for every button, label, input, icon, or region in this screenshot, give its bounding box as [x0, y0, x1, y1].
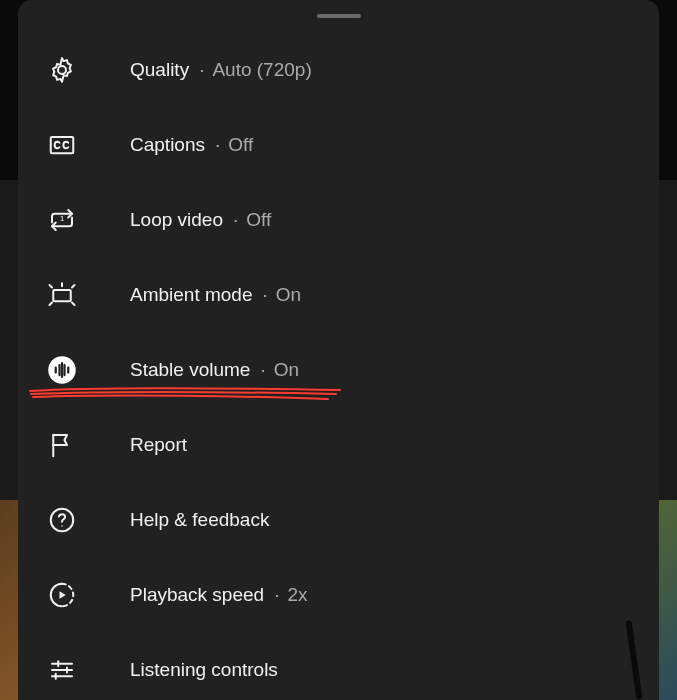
menu-item-label: Playback speed · 2x [130, 584, 308, 606]
flag-icon [44, 427, 80, 463]
sliders-icon [44, 652, 80, 688]
loop-value: Off [246, 209, 271, 231]
separator: · [263, 284, 268, 306]
svg-point-11 [61, 525, 63, 527]
captions-icon [44, 127, 80, 163]
captions-label: Captions [130, 134, 205, 156]
svg-point-0 [58, 66, 66, 74]
separator: · [215, 134, 220, 156]
menu-item-label: Loop video · Off [130, 209, 271, 231]
drag-handle[interactable] [317, 14, 361, 18]
menu-item-label: Captions · Off [130, 134, 253, 156]
gear-icon [44, 52, 80, 88]
help-label: Help & feedback [130, 509, 269, 531]
menu-item-listening-controls[interactable]: Listening controls [18, 632, 659, 700]
separator: · [260, 359, 265, 381]
ambient-icon [44, 277, 80, 313]
menu-item-captions[interactable]: Captions · Off [18, 107, 659, 182]
menu-item-label: Quality · Auto (720p) [130, 59, 312, 81]
menu-item-loop[interactable]: 1 Loop video · Off [18, 182, 659, 257]
separator: · [199, 59, 204, 81]
stable-value: On [274, 359, 299, 381]
menu-item-label: Report [130, 434, 187, 456]
loop-icon: 1 [44, 202, 80, 238]
help-icon [44, 502, 80, 538]
quality-label: Quality [130, 59, 189, 81]
menu-item-label: Listening controls [130, 659, 278, 681]
settings-sheet: Quality · Auto (720p) Captions · Off [18, 0, 659, 700]
separator: · [233, 209, 238, 231]
menu-item-label: Help & feedback [130, 509, 269, 531]
report-label: Report [130, 434, 187, 456]
stable-label: Stable volume [130, 359, 250, 381]
menu-item-help[interactable]: Help & feedback [18, 482, 659, 557]
ambient-value: On [276, 284, 301, 306]
loop-label: Loop video [130, 209, 223, 231]
menu-item-quality[interactable]: Quality · Auto (720p) [18, 32, 659, 107]
menu-item-report[interactable]: Report [18, 407, 659, 482]
menu-list: Quality · Auto (720p) Captions · Off [18, 32, 659, 700]
menu-item-label: Ambient mode · On [130, 284, 301, 306]
speed-value: 2x [287, 584, 307, 606]
svg-rect-3 [53, 290, 71, 301]
captions-value: Off [228, 134, 253, 156]
menu-item-ambient[interactable]: Ambient mode · On [18, 257, 659, 332]
separator: · [274, 584, 279, 606]
playback-speed-icon [44, 577, 80, 613]
ambient-label: Ambient mode [130, 284, 253, 306]
listening-label: Listening controls [130, 659, 278, 681]
menu-item-playback-speed[interactable]: Playback speed · 2x [18, 557, 659, 632]
quality-value: Auto (720p) [212, 59, 311, 81]
menu-item-label: Stable volume · On [130, 359, 299, 381]
speed-label: Playback speed [130, 584, 264, 606]
stable-volume-icon [44, 352, 80, 388]
svg-text:1: 1 [60, 214, 64, 223]
menu-item-stable-volume[interactable]: Stable volume · On [18, 332, 659, 407]
